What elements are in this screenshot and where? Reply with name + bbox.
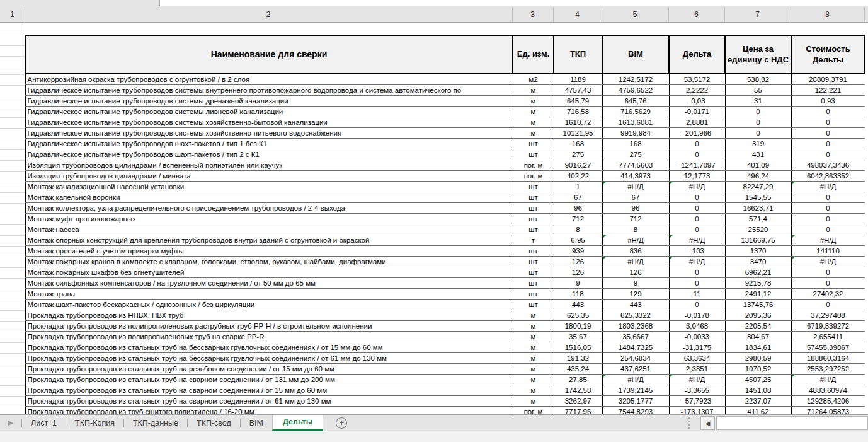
cell-name[interactable]: Монтаж коллектора, узла распределительно… <box>25 203 513 214</box>
cell-bim[interactable]: #Н/Д <box>602 182 669 192</box>
cell-delta[interactable]: 2,8881 <box>669 117 725 128</box>
cell-bim[interactable]: 443 <box>602 300 669 310</box>
cell-unit[interactable]: шт <box>513 257 554 267</box>
cell-tkp[interactable]: 9016,27 <box>554 160 602 171</box>
add-sheet-button[interactable]: + <box>336 417 347 429</box>
cell-name[interactable]: Прокладка трубопроводов из труб сшитого … <box>25 407 513 415</box>
cell-cost[interactable]: 188860,3164 <box>791 353 865 364</box>
cell-unit[interactable]: м <box>513 85 554 96</box>
cell-cost[interactable]: 0 <box>791 300 865 310</box>
cell-price[interactable]: 2095,36 <box>725 310 791 321</box>
cell-bim[interactable]: #Н/Д <box>602 375 669 385</box>
cell-tkp[interactable]: 4757,43 <box>554 85 602 96</box>
cell-cost[interactable]: 0 <box>791 139 865 149</box>
cell-cost[interactable]: 122,221 <box>791 85 865 96</box>
cell-delta[interactable]: 2,2222 <box>669 85 725 96</box>
cell-bim[interactable]: 9919,984 <box>602 128 669 139</box>
cell-cost[interactable]: 0 <box>791 149 865 160</box>
cell-cost[interactable]: 2,655411 <box>791 332 865 342</box>
cell-name[interactable]: Монтаж муфт противопожарных <box>25 214 513 224</box>
cell-unit[interactable]: м <box>513 385 554 396</box>
column-header-delta[interactable]: Дельта <box>669 35 725 74</box>
cell-tkp[interactable]: 712 <box>554 214 602 224</box>
cell-name[interactable]: Монтаж шахт-пакетов бескаркасных / одноз… <box>25 300 513 310</box>
cell-unit[interactable]: шт <box>513 278 554 289</box>
cell-delta[interactable]: -0,0033 <box>669 332 725 342</box>
cell-name[interactable]: Монтаж оросителей с учетом приварки муфт… <box>25 246 513 257</box>
cell-price[interactable]: 804,67 <box>725 332 791 342</box>
cell-tkp[interactable]: 8 <box>554 224 602 235</box>
cell-name[interactable]: Монтаж сильфонных компенсаторов / на гру… <box>25 278 513 289</box>
cell-price[interactable]: 1545,55 <box>725 192 791 203</box>
cell-unit[interactable]: шт <box>513 246 554 257</box>
cell-unit[interactable]: шт <box>513 300 554 310</box>
cell-cost[interactable]: #Н/Д <box>791 257 865 267</box>
cell-unit[interactable]: шт <box>513 149 554 160</box>
cell-bim[interactable]: 712 <box>602 214 669 224</box>
cell-unit[interactable]: шт <box>513 139 554 149</box>
cell-delta[interactable]: -57,7923 <box>669 396 725 407</box>
cell-price[interactable]: 431 <box>725 149 791 160</box>
column-header-price[interactable]: Цена за единицу с НДС <box>725 35 791 74</box>
horizontal-scrollbar-thumb[interactable] <box>716 416 868 430</box>
cell-price[interactable]: 4507,25 <box>725 375 791 385</box>
cell-delta[interactable]: -1241,7097 <box>669 160 725 171</box>
cell-price[interactable]: 55 <box>725 85 791 96</box>
cell-cost[interactable]: 129285,4206 <box>791 396 865 407</box>
cell-bim[interactable]: 254,6834 <box>602 353 669 364</box>
cell-tkp[interactable]: 1742,58 <box>554 385 602 396</box>
grid-column-header-6[interactable]: 6 <box>668 7 724 23</box>
cell-bim[interactable]: 96 <box>602 203 669 214</box>
cell-cost[interactable]: 2553,297252 <box>791 364 865 375</box>
cell-tkp[interactable]: 126 <box>554 257 602 267</box>
cell-bim[interactable]: 836 <box>602 246 669 257</box>
cell-name[interactable]: Прокладка трубопроводов из стальных труб… <box>25 364 513 375</box>
sheet-tab-ТКП-свод[interactable]: ТКП-свод <box>188 415 240 431</box>
cell-tkp[interactable]: 96 <box>554 203 602 214</box>
cell-price[interactable]: 571,4 <box>725 214 791 224</box>
cell-delta[interactable]: 0 <box>669 203 725 214</box>
cell-cost[interactable]: #Н/Д <box>791 235 865 246</box>
cell-bim[interactable]: 1739,2145 <box>602 385 669 396</box>
grid-column-header-5[interactable]: 5 <box>602 7 668 23</box>
cell-tkp[interactable]: 9 <box>554 278 602 289</box>
cell-name[interactable]: Монтаж пожарных кранов в комплекте с кла… <box>25 257 513 267</box>
cell-price[interactable]: 496,24 <box>725 171 791 182</box>
cell-name[interactable]: Прокладка трубопроводов из стальных труб… <box>25 396 513 407</box>
cell-delta[interactable]: -31,3175 <box>669 342 725 353</box>
cell-price[interactable]: 2491,12 <box>725 289 791 300</box>
cell-bim[interactable]: 645,76 <box>602 96 669 107</box>
cell-bim[interactable]: 1613,6081 <box>602 117 669 128</box>
cell-tkp[interactable]: 7717,96 <box>554 407 602 415</box>
cell-tkp[interactable]: 10121,95 <box>554 128 602 139</box>
cell-tkp[interactable]: 1800,19 <box>554 321 602 332</box>
cell-unit[interactable]: м2 <box>513 74 554 85</box>
cell-bim[interactable]: 1484,7325 <box>602 342 669 353</box>
cell-tkp[interactable]: 168 <box>554 139 602 149</box>
column-header-name[interactable]: Наименование для сверки <box>25 35 513 74</box>
sheet-tab-BIM[interactable]: BIM <box>241 415 272 431</box>
cell-name[interactable]: Гидравлическое испытание трубопроводов с… <box>25 96 513 107</box>
cell-unit[interactable]: м <box>513 107 554 117</box>
grid-column-header-3[interactable]: 3 <box>512 7 553 23</box>
sheet-tab-ТКП-данные[interactable]: ТКП-данные <box>124 415 187 431</box>
cell-delta[interactable]: 53,5172 <box>669 74 725 85</box>
cell-name[interactable]: Прокладка трубопроводов из НПВХ, ПВХ тру… <box>25 310 513 321</box>
cell-name[interactable]: Прокладка трубопроводов из стальных труб… <box>25 353 513 364</box>
cell-price[interactable]: 319 <box>725 139 791 149</box>
cell-cost[interactable]: #Н/Д <box>791 375 865 385</box>
cell-delta[interactable]: -173,1307 <box>669 407 725 415</box>
cell-delta[interactable]: 12,1773 <box>669 171 725 182</box>
cell-tkp[interactable]: 435,24 <box>554 364 602 375</box>
cell-unit[interactable]: шт <box>513 214 554 224</box>
cell-cost[interactable]: 0 <box>791 203 865 214</box>
cell-unit[interactable]: шт <box>513 289 554 300</box>
cell-delta[interactable]: 2,3851 <box>669 364 725 375</box>
cell-cost[interactable]: #Н/Д <box>791 182 865 192</box>
cell-price[interactable]: 9215,78 <box>725 278 791 289</box>
cell-bim[interactable]: 414,3973 <box>602 171 669 182</box>
cell-cost[interactable]: 0 <box>791 128 865 139</box>
cell-cost[interactable]: 0 <box>791 192 865 203</box>
cell-bim[interactable]: 437,6251 <box>602 364 669 375</box>
column-header-unit[interactable]: Ед. изм. <box>513 35 554 74</box>
